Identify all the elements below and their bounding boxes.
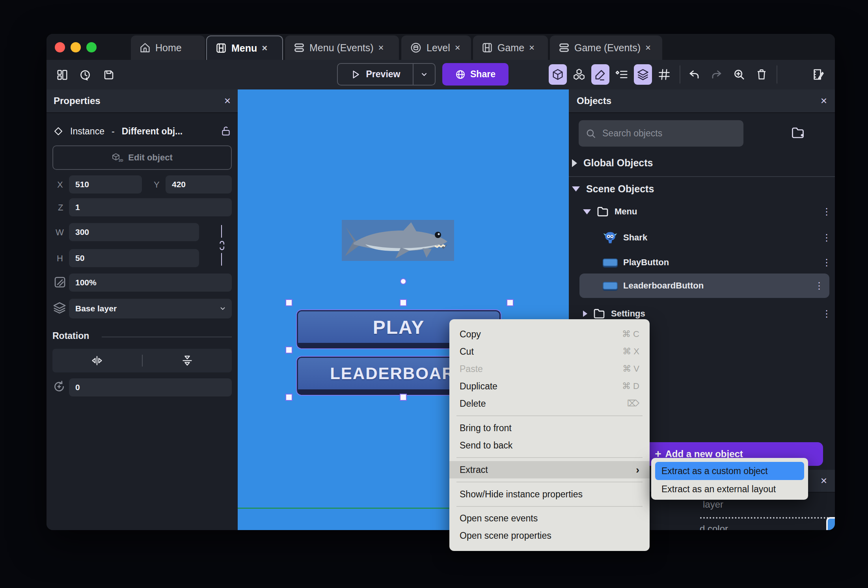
close-icon[interactable]: × [821,95,827,106]
menu-item-show-hide-instance-properties[interactable]: Show/Hide instance properties [449,486,650,503]
h-label: H [57,253,63,264]
group-divider [569,176,835,177]
flip-horizontal-button[interactable] [52,355,142,367]
selection-handle-bottom-left[interactable] [285,394,292,401]
menu-item-copy[interactable]: Copy ⌘ C [449,326,650,343]
diamond-icon [54,127,63,136]
kebab-menu-icon[interactable]: ⋮ [814,283,824,288]
objects-group-icon[interactable] [570,64,588,85]
flip-vertical-button[interactable] [143,354,232,367]
add-folder-icon[interactable] [791,126,805,140]
rotation-angle-field[interactable] [69,378,232,396]
scene-objects-group[interactable]: Scene Objects [572,183,654,195]
z-field[interactable] [69,198,232,216]
share-button[interactable]: Share [442,63,509,86]
link-size-icon[interactable] [216,240,227,251]
tab-label: Level [427,42,450,54]
menu-item-bring-to-front[interactable]: Bring to front [449,419,650,437]
rotation-handle[interactable] [400,278,406,285]
background-color-swatch[interactable] [826,517,835,530]
rotation-section-title: Rotation [52,331,89,341]
preview-dropdown-button[interactable] [414,64,435,85]
tab-label: Game (Events) [574,42,641,54]
tab-label: Game [497,42,524,54]
cube-2d-icon: 2D [112,153,123,163]
opacity-field[interactable] [69,274,232,292]
preview-split-button: Preview [337,63,436,86]
kebab-menu-icon[interactable]: ⋮ [822,209,831,214]
tab-close-icon[interactable]: × [455,42,460,53]
instance-list-icon[interactable] [613,64,631,85]
unlock-icon[interactable] [221,126,231,137]
zoom-in-icon[interactable] [730,64,748,85]
selection-handle-top-right[interactable] [507,299,514,306]
redo-icon[interactable] [708,64,726,85]
layer-select[interactable]: Base layer [69,299,232,318]
kebab-menu-icon[interactable]: ⋮ [822,260,831,265]
menu-item-open-scene-events[interactable]: Open scene events [449,510,650,527]
tab-close-icon[interactable]: × [262,43,267,54]
edit-object-button[interactable]: 2D Edit object [52,145,232,170]
close-icon[interactable]: × [224,95,231,106]
selection-handle-mid-left[interactable] [285,346,292,354]
menu-item-open-scene-properties[interactable]: Open scene properties [449,527,650,545]
tab-game[interactable]: Game × [473,35,548,60]
cube-3d-icon[interactable] [549,64,567,85]
shark-sprite[interactable] [342,220,454,261]
tree-row-shark[interactable]: Shark ⋮ [603,228,831,247]
object-search-box[interactable] [579,120,743,147]
tab-menu-events[interactable]: Menu (Events) × [285,35,399,60]
tab-close-icon[interactable]: × [645,42,651,53]
menu-item-send-to-back[interactable]: Send to back [449,437,650,454]
tree-row-menu-folder[interactable]: Menu ⋮ [583,202,831,221]
menu-item-extract[interactable]: Extract › [449,461,650,478]
pencil-icon[interactable] [591,64,609,85]
tab-menu[interactable]: Menu × [206,35,283,60]
h-field[interactable] [69,249,199,267]
save-icon[interactable] [100,66,117,84]
tab-level[interactable]: Level × [401,35,471,60]
tree-row-leaderboardbutton-selected[interactable]: LeaderboardButton ⋮ [579,274,829,298]
rename-icon[interactable] [808,64,828,85]
history-icon[interactable] [76,66,94,84]
tree-item-label: Menu [615,207,637,217]
menu-item-duplicate[interactable]: Duplicate ⌘ D [449,378,650,395]
trash-icon[interactable] [753,64,771,85]
menu-item-label: Bring to front [460,423,512,434]
submenu-item-extract-external-layout[interactable]: Extract as an external layout [655,480,804,498]
layer-icon [53,301,66,314]
search-input[interactable] [602,128,720,139]
tree-row-playbutton[interactable]: PlayButton ⋮ [603,253,831,272]
events-icon [294,42,305,53]
menu-item-delete[interactable]: Delete ⌦ [449,395,650,412]
layer-name-fragment: layer [703,499,723,510]
dotted-divider [700,517,832,519]
menu-item-paste[interactable]: Paste ⌘ V [449,360,650,378]
layout-icon[interactable] [54,66,71,84]
preview-button[interactable]: Preview [338,64,413,85]
tab-game-events[interactable]: Game (Events) × [550,35,662,60]
layers-icon[interactable] [634,64,652,85]
grid-icon[interactable] [655,64,673,85]
undo-icon[interactable] [685,64,703,85]
extract-submenu: Extract as a custom object Extract as an… [651,458,808,500]
selection-handle-top-left[interactable] [285,299,292,306]
tab-close-icon[interactable]: × [529,42,535,53]
tab-home[interactable]: Home [131,35,205,60]
traffic-light-minimize-button[interactable] [71,42,81,52]
kebab-menu-icon[interactable]: ⋮ [822,311,831,316]
global-objects-group[interactable]: Global Objects [572,157,653,169]
x-label: X [57,180,63,190]
menu-item-cut[interactable]: Cut ⌘ X [449,343,650,360]
selection-handle-top-center[interactable] [400,299,407,306]
close-icon[interactable]: × [821,475,827,486]
traffic-light-zoom-button[interactable] [86,42,97,52]
x-field[interactable] [69,175,142,194]
traffic-light-close-button[interactable] [55,42,65,52]
selection-handle-bottom-center[interactable] [400,394,407,401]
y-field[interactable] [166,175,232,194]
w-field[interactable] [69,223,199,241]
tab-close-icon[interactable]: × [378,42,384,53]
submenu-item-extract-custom-object[interactable]: Extract as a custom object [655,462,804,480]
kebab-menu-icon[interactable]: ⋮ [822,235,831,240]
